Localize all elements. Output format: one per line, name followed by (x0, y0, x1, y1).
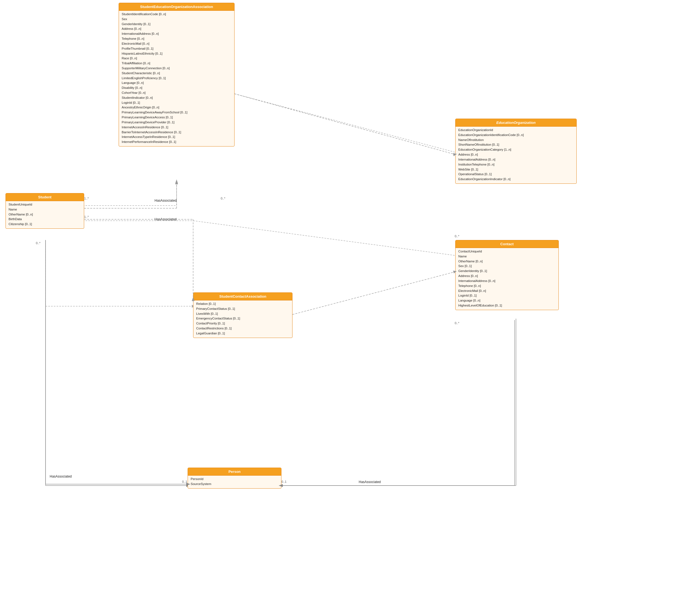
header-contact: Contact (456, 240, 558, 248)
box-person: Person PersonId SourceSystem (188, 467, 282, 488)
field-eo-6: InternationalAddress [0..n] (458, 157, 574, 162)
field-seoa-17: StudentIndicator [0..n] (122, 95, 231, 101)
field-sca-1: PrimaryContactStatus [0..1] (196, 307, 290, 312)
label-student-seoa: HasAssociated (155, 199, 177, 202)
body-education-org: EducationOrganizationId EducationOrganiz… (456, 127, 576, 183)
field-c-0: ContactUniqueId (458, 249, 556, 254)
body-contact: ContactUniqueId Name OtherName [0..n] Se… (456, 248, 558, 310)
field-sca-2: LivesWith [0..1] (196, 312, 290, 317)
svg-line-15 (234, 94, 464, 155)
field-seoa-6: ElectronicMail [0..n] (122, 41, 231, 46)
mult-student-seoa-to: 0..* (221, 197, 225, 200)
field-seoa-4: InternationalAddress [0..n] (122, 31, 231, 36)
field-c-5: Address [0..n] (458, 274, 556, 278)
field-c-8: ElectronicMail [0..n] (458, 288, 556, 293)
field-eo-0: EducationOrganizationId (458, 128, 574, 133)
mult-contact-person-to: 0..1 (282, 480, 287, 483)
field-c-6: InternationalAddress [0..n] (458, 278, 556, 283)
field-seoa-16: CohortYear [0..n] (122, 90, 231, 95)
field-seoa-0: StudentIdentificationCode [0..n] (122, 12, 231, 17)
mult-student-person-to: 0..1 (182, 480, 187, 483)
field-c-3: Sex [0..1] (458, 264, 556, 269)
field-c-4: GenderIdentity [0..1] (458, 269, 556, 274)
field-seoa-9: Race [0..n] (122, 56, 231, 61)
diagram-container: StudentEducationOrganizationAssociation … (0, 0, 700, 589)
field-s-4: Citizenship [0..1] (9, 222, 81, 227)
header-person: Person (188, 468, 281, 475)
field-c-2: OtherName [0..n] (458, 259, 556, 264)
box-education-org: EducationOrganization EducationOrganizat… (455, 119, 577, 184)
mult-student-contact-to: 0..* (455, 234, 460, 238)
field-c-11: HighestLevelOfEducation [0..1] (458, 303, 556, 308)
svg-marker-2 (175, 179, 178, 183)
field-seoa-8: HispanicLatinoEthnicity [0..1] (122, 51, 231, 56)
box-student-contact-assoc: StudentContactAssociation Relation [0..1… (193, 292, 293, 338)
field-eo-7: InstitutionTelephone [0..n] (458, 162, 574, 167)
body-student: StudentUniqueId Name OtherName [0..n] Bi… (6, 201, 84, 228)
field-seoa-14: Language [0..n] (122, 80, 231, 85)
field-eo-2: NameOfInstitution (458, 138, 574, 143)
field-seoa-2: GenderIdentity [0..1] (122, 22, 231, 27)
header-student-edu-org-assoc: StudentEducationOrganizationAssociation (119, 3, 234, 11)
header-student: Student (6, 193, 84, 201)
field-seoa-22: PrimaryLearningDeviceProvider [0..1] (122, 120, 231, 125)
field-sca-4: ContactPriority [0..1] (196, 321, 290, 326)
mult-student-contact-from: 1..* (84, 215, 89, 218)
field-s-1: Name (9, 207, 81, 212)
field-seoa-21: PrimaryLearningDeviceAccess [0..1] (122, 115, 231, 120)
field-p-1: SourceSystem (191, 482, 279, 486)
field-seoa-1: Sex (122, 17, 231, 22)
field-seoa-13: LimitedEnglishProficiency [0..1] (122, 76, 231, 81)
field-p-0: PersonId (191, 477, 279, 482)
header-education-org: EducationOrganization (456, 119, 576, 127)
field-sca-5: ContactRestrictions [0..1] (196, 326, 290, 331)
label-student-contact: HasAssociated (155, 217, 177, 221)
header-student-contact-assoc: StudentContactAssociation (193, 293, 292, 301)
field-seoa-12: StudentCharacteristic [0..n] (122, 71, 231, 76)
body-student-contact-assoc: Relation [0..1] PrimaryContactStatus [0.… (193, 301, 292, 338)
field-seoa-20: PrimaryLearningDeviceAwayFromSchool [0..… (122, 110, 231, 115)
label-student-person: HasAssociated (50, 474, 72, 478)
field-c-7: Telephone [0..n] (458, 283, 556, 288)
field-seoa-3: Address [0..n] (122, 26, 231, 31)
body-person: PersonId SourceSystem (188, 475, 281, 488)
field-eo-1: EducationOrganizationIdentificationCode … (458, 133, 574, 138)
field-sca-6: LegalGuardian [0..1] (196, 331, 290, 336)
field-s-2: OtherName [0..n] (9, 212, 81, 217)
body-student-edu-org-assoc: StudentIdentificationCode [0..n] Sex Gen… (119, 11, 234, 146)
field-seoa-15: Disability [0..n] (122, 85, 231, 90)
field-eo-8: WebSite [0..1] (458, 167, 574, 172)
field-seoa-25: InternetAccessTypeInResidence [0..1] (122, 135, 231, 140)
field-eo-5: Address [0..n] (458, 152, 574, 157)
field-seoa-19: AncestryEthnicOrigin [0..n] (122, 105, 231, 110)
field-c-1: Name (458, 254, 556, 259)
field-eo-10: EducationOrganizationIndicator [0..n] (458, 177, 574, 182)
field-seoa-24: BarrierToInternetAccessInResidence [0..1… (122, 130, 231, 135)
field-eo-9: OperationalStatus [0..1] (458, 172, 574, 177)
field-eo-4: EducationOrganizationCategory [1..n] (458, 147, 574, 152)
mult-student-seoa-from: 1..* (84, 197, 89, 200)
field-eo-3: ShortNameOfInstitution [0..1] (458, 142, 574, 147)
field-seoa-23: InternetAccessInResidence [0..1] (122, 125, 231, 130)
field-seoa-11: SupporterMilitaryConnection [0..n] (122, 66, 231, 71)
field-seoa-18: LoginId [0..1] (122, 101, 231, 106)
field-sca-3: EmergencyContactStatus [0..1] (196, 316, 290, 321)
box-student: Student StudentUniqueId Name OtherName [… (6, 193, 84, 229)
field-s-0: StudentUniqueId (9, 202, 81, 207)
field-seoa-7: ProfileThumbnail [0..1] (122, 46, 231, 51)
mult-contact-person-from: 0..* (455, 322, 460, 325)
connectors-svg (0, 0, 700, 589)
field-c-10: Language [0..n] (458, 298, 556, 303)
field-s-3: BirthData (9, 217, 81, 222)
svg-line-4 (193, 221, 464, 256)
field-seoa-5: Telephone [0..n] (122, 36, 231, 41)
field-sca-0: Relation [0..1] (196, 302, 290, 307)
field-seoa-26: InternetPerformanceInResidence [0..1] (122, 140, 231, 145)
field-seoa-10: TribalAffiliation [0..n] (122, 61, 231, 66)
mult-student-person-from: 0..* (36, 241, 40, 245)
box-contact: Contact ContactUniqueId Name OtherName [… (455, 240, 559, 310)
field-c-9: LoginId [0..1] (458, 293, 556, 298)
label-contact-person: HasAssociated (359, 480, 381, 484)
box-student-edu-org-assoc: StudentEducationOrganizationAssociation … (119, 3, 234, 147)
